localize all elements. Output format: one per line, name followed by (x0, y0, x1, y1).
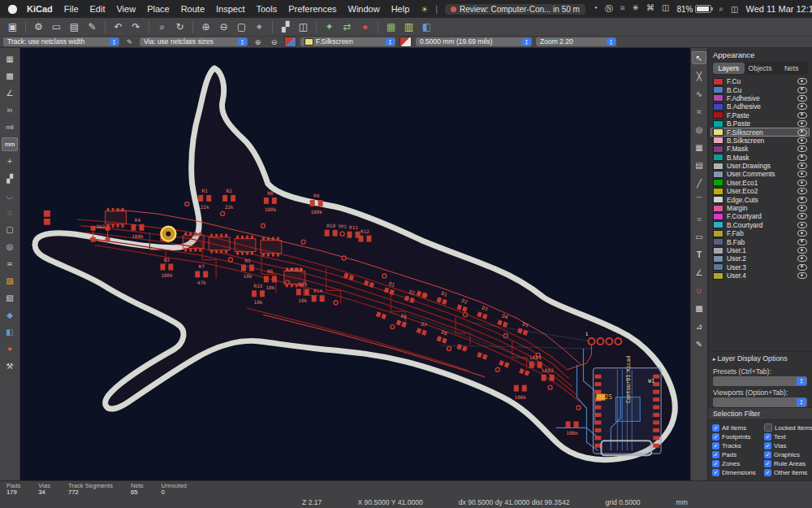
layer-visibility-eye-icon[interactable] (797, 255, 807, 262)
layer-visibility-eye-icon[interactable] (797, 180, 807, 186)
filter-dimensions[interactable]: ✓Dimensions (712, 469, 762, 476)
layer-color-swatch[interactable] (713, 272, 723, 280)
menu-inspect[interactable]: Inspect (216, 4, 244, 14)
layer-row-margin[interactable]: Margin (710, 204, 810, 212)
track-width-edit-icon[interactable]: ✎ (123, 37, 136, 46)
layer-row-user-eco2[interactable]: User.Eco2 (710, 187, 810, 195)
properties-panel-toggle[interactable]: ⚒ (2, 359, 18, 373)
layer-color-swatch[interactable] (713, 78, 723, 85)
footprint[interactable] (235, 236, 256, 255)
layer-row-user-3[interactable]: User.3 (710, 263, 810, 271)
rule-area-tool[interactable]: ▤ (692, 158, 706, 172)
menu-window[interactable]: Window (348, 4, 380, 14)
layer-color-swatch[interactable] (713, 94, 723, 102)
layer-visibility-eye-icon[interactable] (797, 87, 807, 93)
layer-color-swatch[interactable] (713, 163, 723, 170)
footprint[interactable] (183, 232, 204, 252)
status-icon-1[interactable]: Ⓝ (605, 3, 613, 15)
layer-row-f-mask[interactable]: F.Mask (710, 145, 810, 153)
layer-row-b-paste[interactable]: B.Paste (710, 119, 810, 128)
units-mils[interactable]: mil (2, 120, 18, 134)
zoom-out-button[interactable]: ⊖ (215, 20, 232, 34)
layer-visibility-eye-icon[interactable] (797, 188, 807, 194)
layer-visibility-eye-icon[interactable] (797, 239, 807, 245)
app-menu-kicad[interactable]: KiCad (27, 4, 53, 14)
apple-menu-icon[interactable] (8, 5, 17, 14)
drawing-sheet-tool[interactable]: ✎ (692, 337, 706, 350)
status-icon-0[interactable]: ◔ (593, 3, 598, 15)
layer-color-swatch[interactable] (713, 196, 723, 203)
zone-tool[interactable]: ▦ (692, 141, 706, 154)
circle-tool[interactable]: ○ (692, 212, 706, 225)
rectangle-tool[interactable]: ▭ (692, 230, 706, 243)
footprint-r4[interactable]: R4100k (132, 217, 145, 239)
layer-row-user-comments[interactable]: User.Comments (710, 170, 810, 178)
layer-row-f-adhesive[interactable]: F.Adhesive (710, 94, 810, 102)
filter-zones[interactable]: ✓Zones (712, 460, 762, 467)
menu-help[interactable]: Help (391, 4, 410, 14)
layer-row-f-fab[interactable]: F.Fab (710, 229, 810, 237)
tab-objects[interactable]: Objects (745, 63, 776, 74)
polar-coordinates-toggle[interactable]: ∠ (2, 86, 18, 100)
print-button[interactable]: ▤ (66, 20, 83, 34)
layer-color-swatch[interactable] (713, 221, 723, 228)
control-center-icon[interactable]: ◫ (731, 5, 738, 14)
filter-text[interactable]: ✓Text (764, 433, 812, 441)
layer-visibility-eye-icon[interactable] (797, 163, 807, 169)
layer-visibility-eye-icon[interactable] (797, 264, 807, 271)
layer-visibility-eye-icon[interactable] (797, 154, 807, 161)
layer-row-user-4[interactable]: User.4 (710, 271, 810, 280)
zoom-dropdown[interactable]: Zoom 2.20▴▾ (536, 37, 616, 46)
menu-edit[interactable]: Edit (90, 4, 106, 14)
via-display-mode[interactable]: ◎ (2, 240, 18, 254)
measure-tool[interactable]: ⊿ (692, 319, 706, 332)
footprint[interactable] (209, 234, 230, 254)
filter-all-items[interactable]: ✓All items (712, 423, 762, 432)
layer-contrast-icon[interactable] (400, 37, 412, 47)
layer-row-user-eco1[interactable]: User.Eco1 (710, 179, 810, 187)
menu-tools[interactable]: Tools (257, 4, 278, 14)
3d-viewer-button[interactable]: ◧ (418, 20, 435, 34)
active-layer-dropdown[interactable]: F.Silkscreen▴▾ (300, 37, 395, 46)
battery-indicator[interactable]: 81% (676, 5, 711, 14)
zoom-selection-button[interactable]: ⌖ (251, 20, 268, 34)
update-pcb-button[interactable]: ⇄ (339, 20, 356, 34)
ratsnest-visibility-toggle[interactable]: ▞ (2, 172, 18, 185)
page-settings-button[interactable]: ▭ (48, 20, 65, 34)
tab-nets[interactable]: Nets (775, 63, 807, 74)
grid-origin-tool[interactable]: ▩ (692, 302, 706, 315)
swap-layers-button[interactable]: ◫ (295, 20, 312, 34)
track-width-dropdown[interactable]: Track: use netclass width▴▾ (3, 37, 119, 46)
pcb-canvas[interactable]: SW2R4100kR122kR222kR8100kR9100kR10TP1R11… (20, 48, 690, 480)
filter-footprints[interactable]: ✓Footprints (712, 433, 762, 441)
footprint[interactable] (44, 211, 50, 225)
select-tool[interactable]: ↖ (692, 51, 706, 64)
layer-color-swatch[interactable] (713, 86, 723, 93)
layer-color-swatch[interactable] (713, 188, 723, 195)
tab-layers[interactable]: Layers (713, 63, 745, 74)
layer-display-options[interactable]: ▸Layer Display Options (708, 351, 812, 365)
zoom-in-icon[interactable]: ⊕ (252, 37, 264, 46)
layer-manager-button[interactable]: ▦ (382, 20, 400, 34)
menu-preferences[interactable]: Preferences (288, 4, 336, 14)
via-size-dropdown[interactable]: Via: use netclass sizes▴▾ (140, 37, 248, 46)
menu-place[interactable]: Place (147, 4, 170, 14)
layer-color-swatch[interactable] (713, 103, 723, 111)
line-tool[interactable]: ╱ (692, 176, 706, 189)
zoom-in-button[interactable]: ⊕ (197, 20, 214, 34)
layer-visibility-eye-icon[interactable] (797, 137, 807, 144)
ratsnest-button[interactable]: ▞ (277, 20, 294, 34)
dimension-tool[interactable]: ∠ (692, 266, 706, 279)
layer-row-f-cu[interactable]: F.Cu (710, 77, 810, 85)
filter-locked-items[interactable]: Locked items (764, 423, 812, 432)
layer-row-b-adhesive[interactable]: B.Adhesive (710, 102, 810, 111)
layer-color-swatch[interactable] (713, 171, 723, 178)
brightness-icon[interactable]: ☀ (421, 5, 428, 14)
layer-color-swatch[interactable] (713, 137, 723, 144)
layer-row-f-courtyard[interactable]: F.Courtyard (710, 212, 810, 220)
via-tool[interactable]: ◎ (692, 123, 706, 136)
layer-color-swatch[interactable] (713, 230, 723, 237)
magnet-icon[interactable]: ∪ (692, 284, 706, 297)
layer-color-swatch[interactable] (713, 179, 723, 186)
board-setup-button[interactable]: ⚙ (30, 20, 47, 34)
